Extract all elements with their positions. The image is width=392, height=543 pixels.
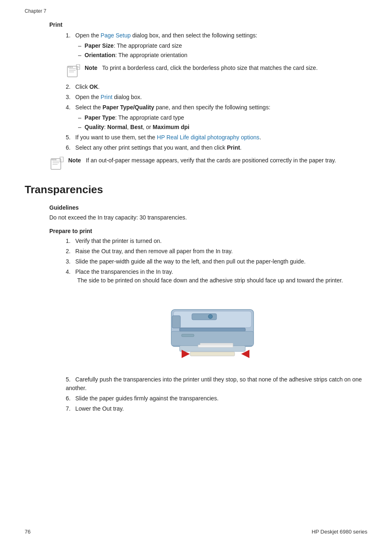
- svg-rect-19: [198, 345, 233, 347]
- trans-step-2: 2. Raise the Out tray, and then remove a…: [66, 247, 367, 256]
- svg-text:≡≡≡: ≡≡≡: [68, 66, 73, 69]
- note-2-text: Note If an out-of-paper message appears,…: [68, 156, 336, 165]
- print-step-1: 1. Open the Page Setup dialog box, and t…: [66, 31, 367, 79]
- footer-product-name: HP Deskjet 6980 series: [311, 529, 367, 535]
- prepare-title: Prepare to print: [49, 228, 367, 234]
- guidelines-text: Do not exceed the In tray capacity: 30 t…: [49, 213, 367, 222]
- print-step-6: 6. Select any other print settings that …: [66, 143, 367, 152]
- transparencies-heading: Transparencies: [25, 183, 367, 196]
- trans-step-1: 1. Verify that the printer is turned on.: [66, 237, 367, 245]
- page-setup-link[interactable]: Page Setup: [101, 32, 131, 39]
- svg-text:✎: ✎: [77, 66, 80, 69]
- step4-sub-paper-type: Paper Type: The appropriate card type: [78, 113, 367, 122]
- page: Chapter 7 Print 1. Open the Page Setup d…: [0, 0, 392, 543]
- note-box-2: ≡≡≡ Note If an out-of-paper message appe…: [49, 156, 367, 171]
- step4-sub-list: Paper Type: The appropriate card type Qu…: [78, 113, 367, 132]
- chapter-label: Chapter 7: [25, 8, 367, 14]
- trans-step-3: 3. Slide the paper-width guide all the w…: [66, 257, 367, 266]
- print-step-2: 2. Click OK.: [66, 83, 367, 91]
- transparencies-steps-list-2: 5. Carefully push the transparencies int…: [66, 375, 367, 413]
- footer-page-number: 76: [25, 529, 30, 535]
- svg-rect-13: [192, 314, 217, 320]
- step4-sub-quality: Quality: Normal, Best, or Maximum dpi: [78, 123, 367, 132]
- transparencies-steps-list: 1. Verify that the printer is turned on.…: [66, 237, 367, 285]
- svg-rect-22: [190, 352, 235, 356]
- svg-rect-24: [182, 334, 194, 337]
- svg-text:≡≡≡: ≡≡≡: [51, 158, 56, 161]
- trans-step-5: 5. Carefully push the transparencies int…: [66, 375, 367, 393]
- note-1-text: Note To print a borderless card, click t…: [85, 64, 318, 72]
- step1-sub-list: Paper Size: The appropriate card size Or…: [78, 42, 367, 60]
- note-icon-2: ≡≡≡: [49, 156, 64, 171]
- print-steps-list: 1. Open the Page Setup dialog box, and t…: [66, 31, 367, 152]
- svg-rect-23: [172, 316, 180, 328]
- print-dialog-link[interactable]: Print: [101, 94, 113, 100]
- printer-image-area: [58, 293, 367, 367]
- footer: 76 HP Deskjet 6980 series: [25, 529, 367, 535]
- print-step-3: 3. Open the Print dialog box.: [66, 93, 367, 102]
- print-section-title: Print: [49, 21, 367, 28]
- print-step-4: 4. Select the Paper Type/Quality pane, a…: [66, 103, 367, 132]
- hp-real-life-link[interactable]: HP Real Life digital photography options: [157, 134, 260, 141]
- trans-step-6: 6. Slide the paper guides firmly against…: [66, 394, 367, 403]
- trans-step-4: 4. Place the transparencies in the In tr…: [66, 268, 367, 285]
- svg-rect-15: [180, 328, 245, 331]
- step1-sub-paper-size: Paper Size: The appropriate card size: [78, 42, 367, 50]
- note-box-1: ✎ ≡≡≡ Note To print a borderless card, c…: [66, 64, 367, 79]
- step1-sub-orientation: Orientation: The appropriate orientation: [78, 51, 367, 60]
- note-icon-1: ✎ ≡≡≡: [66, 64, 81, 79]
- trans-step-7: 7. Lower the Out tray.: [66, 404, 367, 413]
- svg-point-14: [208, 314, 212, 319]
- print-step-5: 5. If you want to use them, set the HP R…: [66, 133, 367, 142]
- guidelines-title: Guidelines: [49, 204, 367, 211]
- printer-illustration: [151, 293, 274, 367]
